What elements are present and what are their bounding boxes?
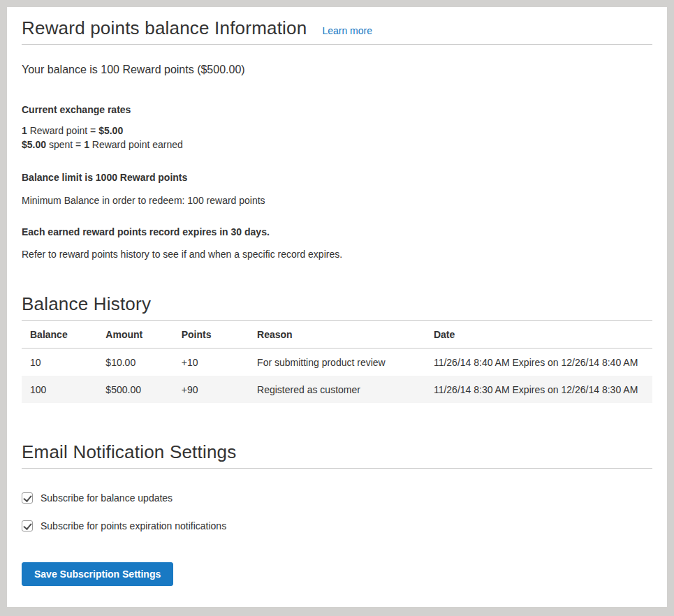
minimum-balance-note: Minimum Balance in order to redeem: 100 … (22, 194, 652, 207)
column-header-points: Points (173, 321, 249, 349)
cell-reason: For submitting product review (249, 349, 425, 376)
column-header-date: Date (425, 321, 652, 349)
page-header: Reward points balance Information Learn … (22, 17, 652, 45)
rate2-value: $5.00 (22, 139, 46, 150)
subscribe-expiration-label: Subscribe for points expiration notifica… (41, 520, 226, 531)
table-row: 100 $500.00 +90 Registered as customer 1… (22, 376, 652, 403)
rate2-text: spent = (46, 139, 84, 150)
rate1-points: 1 (22, 125, 27, 136)
expiration-heading: Each earned reward points record expires… (22, 226, 652, 238)
cell-reason: Registered as customer (249, 376, 425, 403)
balance-limit-heading: Balance limit is 1000 Reward points (22, 171, 652, 184)
cell-amount: $10.00 (97, 349, 173, 376)
subscribe-balance-label: Subscribe for balance updates (41, 492, 173, 504)
exchange-rates-heading: Current exchange rates (22, 103, 652, 116)
column-header-amount: Amount (97, 321, 173, 349)
rate1-text: Reward point = (27, 125, 98, 136)
rate2-text-end: Reward point earned (89, 139, 183, 150)
column-header-balance: Balance (22, 321, 97, 349)
email-settings-title: Email Notification Settings (22, 441, 236, 463)
subscribe-expiration-row: Subscribe for points expiration notifica… (22, 520, 652, 531)
balance-summary: Your balance is 100 Reward points ($500.… (22, 63, 652, 77)
cell-date: 11/26/14 8:30 AM Expires on 12/26/14 8:3… (425, 376, 652, 403)
rate2-points: 1 (84, 139, 89, 150)
learn-more-link[interactable]: Learn more (322, 25, 372, 36)
table-header-row: Balance Amount Points Reason Date (22, 321, 652, 349)
exchange-rate-line-2: $5.00 spent = 1 Reward point earned (22, 138, 652, 152)
cell-balance: 10 (22, 349, 97, 376)
cell-amount: $500.00 (97, 376, 173, 403)
cell-date: 11/26/14 8:40 AM Expires on 12/26/14 8:4… (425, 349, 652, 376)
subscribe-balance-row: Subscribe for balance updates (22, 492, 652, 504)
exchange-rate-line-1: 1 Reward point = $5.00 (22, 124, 652, 138)
column-header-reason: Reason (249, 321, 425, 349)
balance-history-table: Balance Amount Points Reason Date 10 $10… (22, 321, 652, 403)
cell-points: +90 (173, 376, 249, 403)
balance-history-header: Balance History (22, 293, 652, 321)
rate1-value: $5.00 (98, 125, 123, 136)
expiration-note: Refer to reward points history to see if… (22, 248, 652, 261)
reward-points-card: Reward points balance Information Learn … (7, 7, 667, 607)
cell-points: +10 (173, 349, 249, 376)
save-subscription-settings-button[interactable]: Save Subscription Settings (22, 562, 173, 586)
page-title: Reward points balance Information (22, 17, 307, 39)
cell-balance: 100 (22, 376, 97, 403)
exchange-rates: 1 Reward point = $5.00 $5.00 spent = 1 R… (22, 124, 652, 152)
email-settings-header: Email Notification Settings (22, 441, 652, 469)
balance-history-title: Balance History (22, 293, 151, 315)
subscribe-expiration-checkbox[interactable] (22, 520, 33, 531)
subscribe-balance-checkbox[interactable] (22, 492, 33, 504)
table-row: 10 $10.00 +10 For submitting product rev… (22, 349, 652, 376)
